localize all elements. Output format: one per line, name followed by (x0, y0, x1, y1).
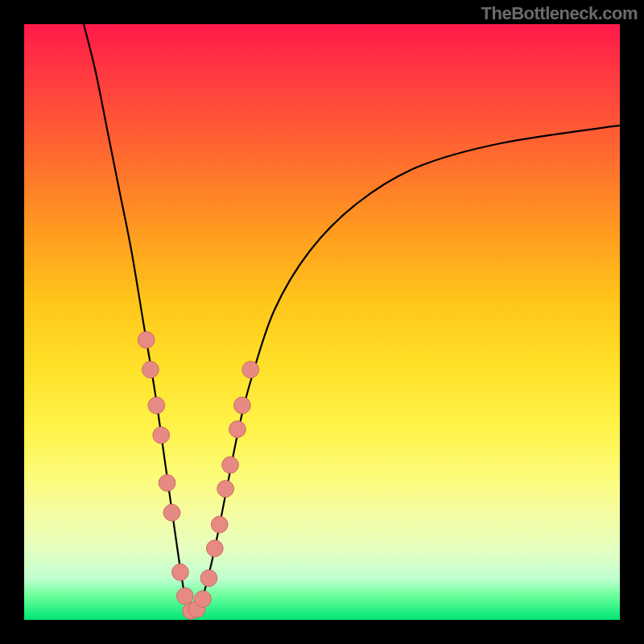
bead (138, 332, 155, 349)
bead (200, 570, 217, 587)
bead (159, 474, 175, 491)
watermark-text: TheBottleneck.com (481, 3, 638, 24)
curve-layer (24, 24, 620, 620)
bead (172, 564, 189, 580)
plot-area (24, 24, 620, 620)
bead (195, 591, 212, 608)
bead (229, 421, 246, 438)
bead (222, 456, 239, 473)
bead (217, 481, 234, 497)
bead (233, 397, 250, 414)
bead (242, 361, 259, 378)
chart-frame: TheBottleneck.com (0, 0, 644, 644)
curve-left-arm (84, 24, 191, 614)
bead (163, 504, 180, 521)
bead (176, 588, 193, 605)
bead (153, 427, 170, 444)
bead (206, 540, 223, 557)
bead (211, 516, 228, 533)
bead-group (138, 332, 258, 619)
bead (142, 361, 159, 378)
bead (148, 397, 165, 414)
